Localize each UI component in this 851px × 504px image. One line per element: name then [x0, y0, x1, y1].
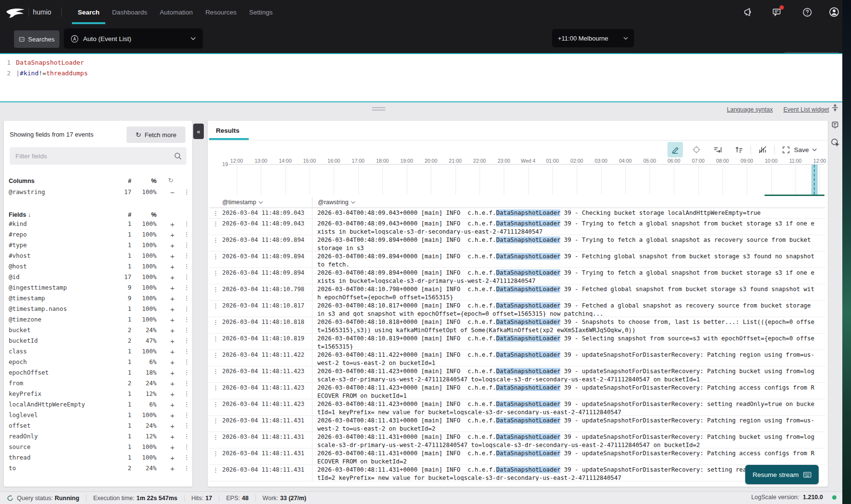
row-menu-icon[interactable]: ⋮ — [209, 383, 222, 399]
toggle-histogram-button[interactable] — [755, 142, 770, 157]
add-column-icon[interactable]: + — [169, 348, 176, 356]
log-event-row[interactable]: ⋮2026-03-04 11:48:10.7982026-03-04T00:48… — [209, 284, 825, 301]
tab-dashboards[interactable]: Dashboards — [112, 0, 147, 24]
field-row[interactable]: #kind1100%+⋮ — [9, 220, 187, 230]
add-column-icon[interactable]: + — [169, 326, 176, 335]
field-menu-icon[interactable]: ⋮ — [184, 433, 188, 440]
sync-columns-icon[interactable]: ↻ — [168, 177, 173, 184]
field-row[interactable]: readOnly112%+⋮ — [9, 433, 187, 442]
query-line[interactable]: 2| #kind != threaddumps — [0, 68, 842, 79]
field-row[interactable]: localAndHttpWereEmpty16%+⋮ — [9, 401, 187, 410]
row-menu-icon[interactable]: ⋮ — [209, 252, 222, 267]
add-column-icon[interactable]: + — [169, 433, 176, 441]
log-event-row[interactable]: ⋮2026-03-04 11:48:09.8942026-03-04T00:48… — [209, 268, 825, 284]
field-row[interactable]: class1100%+⋮ — [9, 348, 187, 357]
add-column-icon[interactable]: + — [169, 284, 176, 293]
log-event-row[interactable]: ⋮2026-03-04 11:48:10.8192026-03-04T00:48… — [209, 334, 825, 350]
log-event-row[interactable]: ⋮2026-03-04 11:48:11.4312026-03-04T00:48… — [209, 432, 825, 448]
histogram-event-bar[interactable] — [811, 165, 818, 195]
field-menu-icon[interactable]: ⋮ — [184, 241, 188, 249]
timezone-dropdown[interactable]: +11:00 Melbourne — [552, 29, 634, 47]
log-event-row[interactable]: ⋮2026-03-04 11:48:09.0432026-03-04T00:48… — [209, 208, 825, 219]
add-column-icon[interactable]: + — [169, 316, 176, 324]
field-menu-icon[interactable]: ⋮ — [184, 390, 188, 397]
brand-name[interactable]: humio — [33, 0, 51, 24]
log-event-row[interactable]: ⋮2026-03-04 11:48:11.4232026-03-04T00:48… — [209, 366, 825, 383]
add-column-icon[interactable]: + — [169, 464, 176, 473]
add-column-icon[interactable]: + — [169, 390, 176, 399]
language-syntax-link[interactable]: Language syntax — [727, 106, 773, 113]
field-row[interactable]: @timezone1100%+⋮ — [9, 316, 187, 325]
field-row[interactable]: from224%+⋮ — [9, 379, 187, 389]
field-menu-icon[interactable]: ⋮ — [184, 379, 188, 387]
add-column-icon[interactable]: + — [169, 273, 176, 282]
panel-resize-handle[interactable] — [372, 107, 385, 112]
searches-button[interactable]: Searches — [14, 30, 59, 48]
add-column-icon[interactable]: + — [169, 379, 176, 388]
field-row[interactable]: epoch16%+⋮ — [9, 358, 187, 368]
crowdstrike-falcon-logo-icon[interactable] — [6, 6, 25, 19]
field-row[interactable]: bucket224%+⋮ — [9, 326, 187, 336]
field-row[interactable]: #repo1100%+⋮ — [9, 231, 187, 240]
annotate-button[interactable] — [667, 142, 683, 157]
help-icon[interactable] — [802, 7, 812, 17]
row-menu-icon[interactable]: ⋮ — [209, 284, 222, 300]
field-row[interactable]: @timestamp9100%+⋮ — [9, 294, 187, 304]
log-event-row[interactable]: ⋮2026-03-04 11:48:11.4222026-03-04T00:48… — [209, 350, 825, 366]
collapse-panel-icon[interactable] — [831, 103, 839, 112]
timestamp-column-header[interactable]: @timestamp — [222, 197, 312, 208]
row-menu-icon[interactable]: ⋮ — [209, 448, 222, 464]
field-row[interactable]: thread1100%+⋮ — [9, 454, 187, 463]
row-menu-icon[interactable]: ⋮ — [209, 399, 222, 415]
tail-search-button[interactable] — [710, 142, 725, 157]
row-menu-icon[interactable]: ⋮ — [209, 334, 222, 350]
sort-order-button[interactable] — [731, 142, 747, 157]
field-row[interactable]: @timestamp.nanos1100%+⋮ — [9, 305, 187, 315]
log-event-row[interactable]: ⋮2026-03-04 11:48:11.4312026-03-04T00:48… — [209, 448, 825, 465]
field-menu-icon[interactable]: ⋮ — [184, 284, 188, 291]
field-row[interactable]: to224%+⋮ — [9, 464, 187, 474]
field-menu-icon[interactable]: ⋮ — [184, 231, 188, 238]
field-menu-icon[interactable]: ⋮ — [184, 348, 188, 355]
field-row[interactable]: bucketId247%+⋮ — [9, 337, 187, 347]
field-menu-icon[interactable]: ⋮ — [184, 422, 188, 429]
field-menu-icon[interactable]: ⋮ — [184, 220, 188, 227]
row-menu-icon[interactable]: ⋮ — [209, 268, 222, 284]
row-menu-icon[interactable]: ⋮ — [209, 416, 222, 432]
add-column-icon[interactable]: + — [169, 443, 176, 452]
field-row[interactable]: source1100%+⋮ — [9, 443, 187, 453]
tab-results[interactable]: Results — [216, 127, 240, 134]
field-menu-icon[interactable]: ⋮ — [184, 252, 188, 259]
sort-direction-icon[interactable]: ↓ — [28, 211, 31, 218]
field-menu-icon[interactable]: ⋮ — [184, 263, 188, 270]
field-menu-icon[interactable]: ⋮ — [184, 401, 188, 408]
field-menu-icon[interactable]: ⋮ — [184, 464, 188, 472]
field-menu-icon[interactable]: ⋮ — [184, 326, 188, 334]
row-menu-icon[interactable]: ⋮ — [209, 366, 222, 382]
field-menu-icon[interactable]: ⋮ — [184, 337, 188, 344]
view-type-dropdown[interactable]: Auto (Event List) — [64, 28, 203, 49]
column-row[interactable]: @rawstring17100%−⋮ — [9, 188, 187, 198]
save-dropdown[interactable]: Save — [794, 142, 817, 157]
field-row[interactable]: epochOffset118%+⋮ — [9, 369, 187, 378]
add-column-icon[interactable]: + — [169, 369, 176, 378]
log-event-row[interactable]: ⋮2026-03-04 11:48:09.0432026-03-04T00:48… — [209, 219, 825, 235]
resume-stream-button[interactable]: Resume stream — [745, 465, 819, 484]
add-column-icon[interactable]: + — [169, 305, 176, 314]
field-row[interactable]: @id17100%+⋮ — [9, 273, 187, 283]
field-menu-icon[interactable]: ⋮ — [184, 443, 188, 450]
crosshair-button[interactable] — [689, 142, 704, 157]
log-event-row[interactable]: ⋮2026-03-04 11:48:11.4232026-03-04T00:48… — [209, 399, 825, 416]
row-menu-icon[interactable]: ⋮ — [209, 235, 222, 251]
filter-fields-input[interactable] — [10, 147, 186, 165]
row-menu-icon[interactable]: ⋮ — [209, 350, 222, 366]
collapse-sidebar-button[interactable]: « — [193, 124, 204, 139]
add-column-icon[interactable]: + — [169, 263, 176, 271]
tab-search[interactable]: Search — [78, 0, 99, 24]
add-column-icon[interactable]: + — [169, 422, 176, 431]
fullscreen-button[interactable] — [778, 142, 794, 157]
query-editor[interactable]: 1DataSnapshotLoader2| #kind != threaddum… — [0, 53, 842, 102]
row-menu-icon[interactable]: ⋮ — [209, 208, 222, 218]
row-menu-icon[interactable]: ⋮ — [209, 317, 222, 333]
fetch-more-button[interactable]: ↻ Fetch more — [127, 126, 185, 143]
